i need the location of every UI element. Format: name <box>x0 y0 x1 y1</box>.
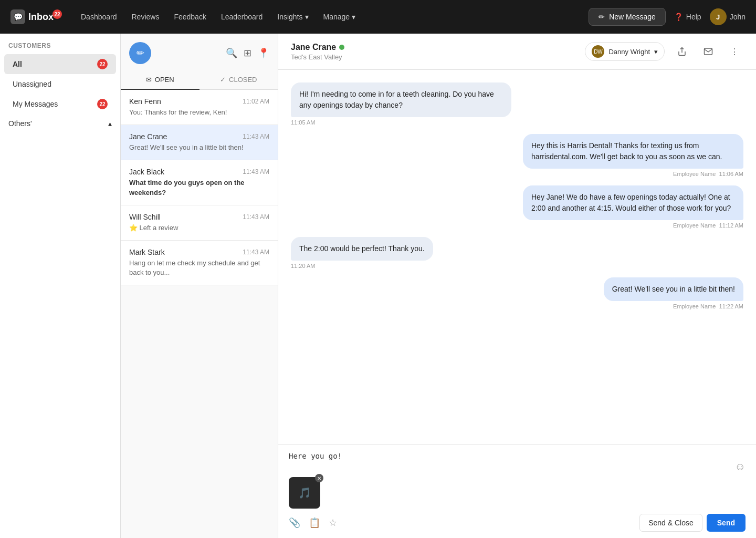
sidebar-item-unassigned[interactable]: Unassigned <box>4 75 116 93</box>
message-meta: Employee Name 11:22 AM <box>673 303 743 309</box>
compose-action-buttons: Send & Close Send <box>639 514 746 532</box>
chat-header-actions: DW Danny Wright ▾ ⋮ <box>585 42 743 61</box>
contact-info: Jane Crane Ted's East Valley <box>291 43 344 61</box>
message-group: Hey Jane! We do have a few openings toda… <box>523 185 743 229</box>
mail-icon[interactable] <box>699 43 717 60</box>
conversations-header: ✏ 🔍 ⊞ 📍 <box>121 34 278 64</box>
more-options-icon[interactable]: ⋮ <box>726 43 743 60</box>
contact-name: Jane Crane <box>291 43 344 52</box>
main-layout: Customers All 22 Unassigned My Messages … <box>0 34 756 538</box>
conversation-item[interactable]: Ken Fenn 11:02 AM You: Thanks for the re… <box>121 90 278 125</box>
nav-leaderboard[interactable]: Leaderboard <box>215 9 269 24</box>
conversation-item[interactable]: Jack Black 11:43 AM What time do you guy… <box>121 160 278 205</box>
new-message-button[interactable]: ✏ New Message <box>589 8 666 26</box>
message-bubble: The 2:00 would be perfect! Thank you. <box>291 237 433 261</box>
left-sidebar: Customers All 22 Unassigned My Messages … <box>0 34 121 538</box>
nav-dashboard[interactable]: Dashboard <box>75 9 123 24</box>
logo-icon: 💬 <box>10 9 25 24</box>
nav-reviews[interactable]: Reviews <box>125 9 166 24</box>
remove-attachment-button[interactable]: ✕ <box>315 474 323 482</box>
message-row: Great! We'll see you in a little bit the… <box>291 277 743 309</box>
user-avatar: J <box>710 8 727 25</box>
chevron-down-icon: ▾ <box>654 48 658 56</box>
sidebar-others[interactable]: Others' ▴ <box>0 115 120 132</box>
tab-open[interactable]: ✉ OPEN <box>121 70 200 90</box>
nav-manage[interactable]: Manage ▾ <box>317 9 362 24</box>
message-meta: 11:20 AM <box>291 263 315 269</box>
attachment-preview: ✕ <box>289 477 320 509</box>
message-bubble: Hey this is Harris Dental! Thanks for te… <box>523 134 743 169</box>
inbox-badge: 22 <box>52 9 62 19</box>
message-meta: 11:05 AM <box>291 119 315 126</box>
message-row: Hey this is Harris Dental! Thanks for te… <box>291 134 743 177</box>
sidebar-section-title: Customers <box>0 34 120 54</box>
message-group: Great! We'll see you in a little bit the… <box>604 277 743 309</box>
send-close-button[interactable]: Send & Close <box>639 514 702 532</box>
message-group: Hi! I'm needing to come in for a teeth c… <box>291 82 511 126</box>
sidebar-item-my-messages[interactable]: My Messages 22 <box>4 94 116 114</box>
chat-messages: Hi! I'm needing to come in for a teeth c… <box>278 70 756 444</box>
sidebar-unassigned-label: Unassigned <box>13 80 51 88</box>
message-row: Hey Jane! We do have a few openings toda… <box>291 185 743 229</box>
message-meta: Employee Name 11:12 AM <box>673 222 743 229</box>
message-row: The 2:00 would be perfect! Thank you. 11… <box>291 237 743 269</box>
sidebar-item-all[interactable]: All 22 <box>4 54 116 74</box>
conversation-item[interactable]: Mark Stark 11:43 AM Hang on let me check… <box>121 241 278 285</box>
nav-right-actions: ✏ New Message ❓ Help J John <box>589 8 746 26</box>
emoji-button[interactable]: ☺ <box>735 461 746 473</box>
attachment-thumbnail <box>289 477 320 509</box>
nav-insights[interactable]: Insights ▾ <box>271 9 314 24</box>
assigned-user-selector[interactable]: DW Danny Wright ▾ <box>585 42 665 61</box>
logo-area: 💬 Inbox 22 <box>10 9 62 24</box>
online-indicator <box>339 45 344 50</box>
compose-button[interactable]: ✏ <box>129 42 151 64</box>
compose-tools: 📎 📋 ☆ <box>289 517 337 529</box>
message-bubble: Hey Jane! We do have a few openings toda… <box>523 185 743 220</box>
chevron-down-icon: ▾ <box>305 13 309 21</box>
template-icon[interactable]: 📋 <box>309 517 320 529</box>
checkmark-icon: ✓ <box>220 76 226 84</box>
nav-feedback[interactable]: Feedback <box>167 9 212 24</box>
conversation-action-icons: 🔍 ⊞ 📍 <box>226 47 269 59</box>
message-meta: Employee Name 11:06 AM <box>673 171 743 177</box>
attachment-icon[interactable]: 📎 <box>289 517 300 529</box>
contact-subtitle: Ted's East Valley <box>291 53 344 61</box>
filter-icon[interactable]: ⊞ <box>244 47 251 59</box>
sidebar-all-label: All <box>13 60 22 68</box>
message-group: The 2:00 would be perfect! Thank you. 11… <box>291 237 433 269</box>
tab-closed[interactable]: ✓ CLOSED <box>200 70 278 89</box>
message-group: Hey this is Harris Dental! Thanks for te… <box>523 134 743 177</box>
conversation-list: Ken Fenn 11:02 AM You: Thanks for the re… <box>121 90 278 538</box>
assigned-user-avatar: DW <box>592 45 604 58</box>
sidebar-all-badge: 22 <box>97 59 108 69</box>
star-icon[interactable]: ☆ <box>329 517 337 529</box>
conversations-panel: ✏ 🔍 ⊞ 📍 ✉ OPEN ✓ CLOSED Ken Fenn 11 <box>121 34 278 538</box>
conversation-tabs: ✉ OPEN ✓ CLOSED <box>121 70 278 90</box>
message-bubble: Great! We'll see you in a little bit the… <box>604 277 743 301</box>
help-button[interactable]: ❓ Help <box>674 13 701 21</box>
location-icon[interactable]: 📍 <box>258 47 269 59</box>
chat-header: Jane Crane Ted's East Valley DW Danny Wr… <box>278 34 756 70</box>
top-navigation: 💬 Inbox 22 Dashboard Reviews Feedback Le… <box>0 0 756 34</box>
search-icon[interactable]: 🔍 <box>226 47 237 59</box>
open-envelope-icon: ✉ <box>146 76 152 84</box>
message-bubble: Hi! I'm needing to come in for a teeth c… <box>291 82 511 117</box>
sidebar-my-messages-label: My Messages <box>13 100 58 108</box>
pencil-icon: ✏ <box>136 47 144 59</box>
help-circle-icon: ❓ <box>674 13 683 21</box>
inbox-label[interactable]: Inbox <box>28 12 54 23</box>
compose-bottom: 📎 📋 ☆ Send & Close Send <box>289 514 746 532</box>
nav-links: Dashboard Reviews Feedback Leaderboard I… <box>75 9 576 24</box>
compose-input[interactable]: Here you go! <box>289 451 731 473</box>
user-menu[interactable]: J John <box>710 8 746 25</box>
compose-text-row: Here you go! ☺ <box>289 451 746 473</box>
share-icon[interactable] <box>673 43 691 60</box>
conversation-item[interactable]: Jane Crane 11:43 AM Great! We'll see you… <box>121 125 278 160</box>
message-row: Hi! I'm needing to come in for a teeth c… <box>291 82 743 126</box>
sidebar-my-messages-badge: 22 <box>97 99 108 109</box>
send-button[interactable]: Send <box>707 514 746 532</box>
conversation-item[interactable]: Will Schill 11:43 AM ⭐ Left a review <box>121 205 278 241</box>
compose-area: Here you go! ☺ ✕ 📎 📋 ☆ Send & Close Send <box>278 444 756 538</box>
chevron-down-icon: ▾ <box>352 13 355 21</box>
chevron-up-icon: ▴ <box>108 119 112 128</box>
